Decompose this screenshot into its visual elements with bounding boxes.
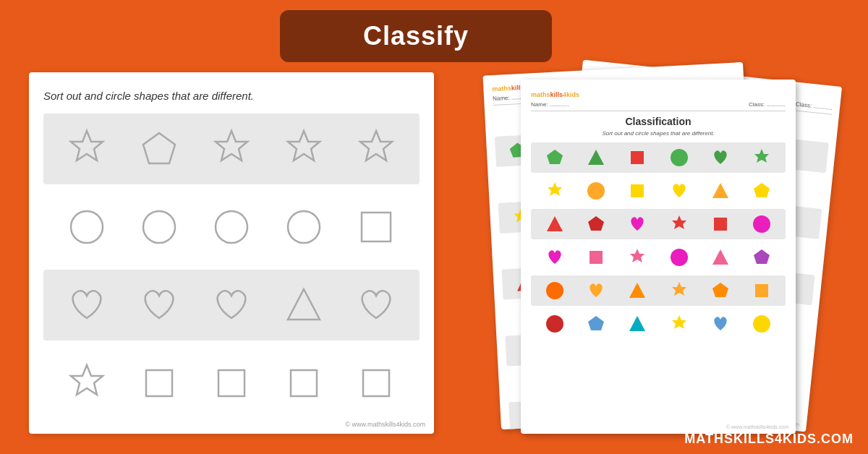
shape-square-3 (206, 358, 257, 408)
svg-rect-60 (631, 151, 644, 164)
front-row-6 (531, 309, 786, 339)
shape-star-3 (278, 124, 329, 174)
worksheet-left: Sort out and circle shapes that are diff… (29, 72, 434, 434)
shape-heart-2 (134, 280, 184, 330)
svg-point-6 (143, 211, 175, 243)
left-worksheet-footer: © www.mathskills4kids.com (345, 421, 425, 428)
svg-marker-11 (71, 365, 103, 395)
shape-star-1 (61, 124, 112, 174)
f-pink-heart (626, 213, 649, 236)
f-yellow-square (626, 179, 649, 202)
front-logo: mathskills4kids (531, 91, 786, 98)
front-row-4 (531, 242, 786, 273)
svg-point-72 (753, 215, 770, 233)
svg-marker-58 (547, 150, 563, 164)
front-title: Classification (531, 116, 786, 127)
back-class: Class: ............ (796, 101, 833, 111)
svg-marker-1 (143, 133, 175, 163)
svg-marker-59 (588, 150, 604, 165)
svg-marker-76 (712, 249, 728, 265)
front-row-5 (531, 275, 786, 306)
svg-marker-68 (547, 216, 563, 231)
f-yellow-star2 (668, 312, 691, 335)
svg-marker-84 (588, 316, 604, 330)
f-orange-star2 (668, 279, 691, 302)
shape-square-2 (134, 358, 184, 408)
svg-marker-62 (754, 149, 769, 163)
f-blue-heart (709, 312, 732, 335)
svg-point-8 (288, 211, 320, 243)
shape-star-4 (351, 124, 401, 174)
f-pink-square (584, 246, 608, 269)
shape-square-1 (351, 202, 401, 252)
svg-marker-10 (288, 289, 320, 320)
svg-point-83 (546, 315, 563, 333)
svg-rect-14 (291, 370, 317, 396)
f-orange-triangle2 (626, 279, 649, 302)
front-row-2 (531, 176, 786, 206)
front-class: Class: ............ (749, 101, 786, 108)
svg-point-5 (71, 211, 103, 243)
shape-square-4 (278, 358, 329, 408)
f-red-triangle (543, 213, 566, 236)
svg-rect-73 (590, 251, 603, 264)
f-red-square (626, 146, 649, 169)
f-green-triangle (584, 146, 608, 169)
svg-rect-82 (755, 284, 768, 297)
svg-marker-70 (672, 215, 686, 229)
f-blue-pentagon (584, 312, 608, 335)
svg-rect-12 (146, 370, 172, 396)
svg-marker-86 (672, 315, 686, 329)
f-yellow-circle (750, 312, 773, 335)
shape-pentagon-1 (134, 124, 184, 174)
f-orange-circle2 (543, 279, 566, 302)
svg-point-61 (671, 149, 688, 166)
svg-marker-85 (629, 316, 645, 331)
front-footer: © www.mathskills4kids.com (726, 424, 788, 429)
f-orange-pentagon2 (709, 279, 732, 302)
svg-marker-2 (216, 131, 247, 160)
f-pink-circle (668, 246, 691, 269)
f-teal-triangle (626, 312, 649, 335)
f-yellow-star (543, 179, 566, 202)
left-instruction: Sort out and circle shapes that are diff… (43, 90, 420, 102)
shape-star-sm (61, 358, 112, 408)
f-orange-triangle (709, 179, 732, 202)
front-row-1 (531, 142, 786, 173)
shape-square-5 (351, 358, 401, 408)
svg-marker-4 (360, 131, 392, 160)
shape-row-4 (43, 348, 420, 419)
f-green-circle (668, 146, 691, 169)
f-red-pentagon (584, 213, 608, 236)
svg-marker-77 (754, 249, 770, 264)
f-green-heart (709, 146, 732, 169)
front-name: Name: ............ (531, 101, 569, 108)
svg-marker-63 (548, 182, 562, 196)
f-red-square2 (709, 213, 732, 236)
shape-star-2 (206, 124, 257, 174)
shape-heart-3 (206, 280, 257, 330)
svg-marker-3 (288, 131, 320, 160)
svg-marker-74 (630, 249, 644, 262)
svg-point-75 (671, 249, 688, 266)
shape-triangle-1 (278, 280, 329, 330)
f-pink-triangle (709, 246, 732, 269)
f-red-circle2 (543, 312, 566, 335)
svg-rect-15 (363, 370, 389, 396)
f-green-star (750, 146, 773, 169)
f-orange-square2 (750, 279, 773, 302)
worksheet-front: mathskills4kids Name: ............ Class… (521, 80, 796, 434)
shape-circle-1 (61, 202, 112, 252)
svg-marker-79 (629, 283, 645, 298)
f-red-circle (750, 213, 773, 236)
svg-marker-81 (712, 283, 728, 297)
worksheets-stack: mathskills4kids Name: ............ Class… (448, 65, 854, 434)
shape-row-3 (43, 270, 420, 340)
front-row-3 (531, 209, 786, 239)
shape-row-2 (43, 192, 420, 262)
shape-circle-2 (134, 202, 184, 252)
shape-heart-4 (351, 280, 401, 330)
f-pink-star (626, 246, 649, 269)
svg-rect-9 (362, 213, 391, 241)
svg-marker-80 (672, 282, 686, 296)
